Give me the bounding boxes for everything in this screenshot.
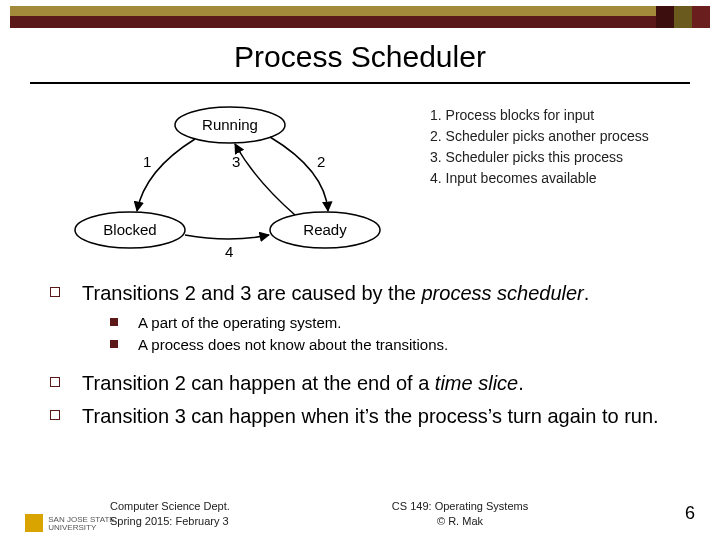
- diagram-legend: 1. Process blocks for input 2. Scheduler…: [430, 105, 649, 189]
- body-content: Transitions 2 and 3 are caused by the pr…: [50, 280, 680, 436]
- logo-mark-icon: [25, 514, 43, 532]
- topbar-maroon: [10, 16, 710, 28]
- legend-item-2: 2. Scheduler picks another process: [430, 126, 649, 147]
- legend-item-3: 3. Scheduler picks this process: [430, 147, 649, 168]
- sub-bullet-2: A process does not know about the transi…: [110, 335, 680, 355]
- footer: SAN JOSE STATE UNIVERSITY Computer Scien…: [0, 492, 720, 532]
- small-square-bullet-icon: [110, 340, 118, 348]
- state-diagram: Running Blocked Ready 1 2 3 4 1. Process…: [35, 95, 680, 265]
- sub-bullet-1: A part of the operating system.: [110, 313, 680, 333]
- square-bullet-icon: [50, 377, 60, 387]
- bullet-3: Transition 3 can happen when it’s the pr…: [50, 403, 680, 430]
- state-blocked: Blocked: [103, 221, 156, 238]
- footer-center: CS 149: Operating Systems © R. Mak: [300, 499, 620, 528]
- legend-item-4: 4. Input becomes available: [430, 168, 649, 189]
- university-logo: SAN JOSE STATE UNIVERSITY: [25, 514, 115, 532]
- small-square-bullet-icon: [110, 318, 118, 326]
- state-ready: Ready: [303, 221, 347, 238]
- topbar-gold: [10, 6, 710, 16]
- bullet-2: Transition 2 can happen at the end of a …: [50, 370, 680, 397]
- edge-2: 2: [317, 153, 325, 170]
- page-title: Process Scheduler: [0, 40, 720, 74]
- bullet-1: Transitions 2 and 3 are caused by the pr…: [50, 280, 680, 307]
- title-underline: [30, 82, 690, 84]
- page-number: 6: [685, 503, 695, 524]
- square-bullet-icon: [50, 287, 60, 297]
- state-running: Running: [202, 116, 258, 133]
- corner-squares: [656, 6, 710, 28]
- footer-left: Computer Science Dept. Spring 2015: Febr…: [110, 499, 230, 528]
- legend-item-1: 1. Process blocks for input: [430, 105, 649, 126]
- edge-3: 3: [232, 153, 240, 170]
- edge-4: 4: [225, 243, 233, 260]
- square-bullet-icon: [50, 410, 60, 420]
- edge-1: 1: [143, 153, 151, 170]
